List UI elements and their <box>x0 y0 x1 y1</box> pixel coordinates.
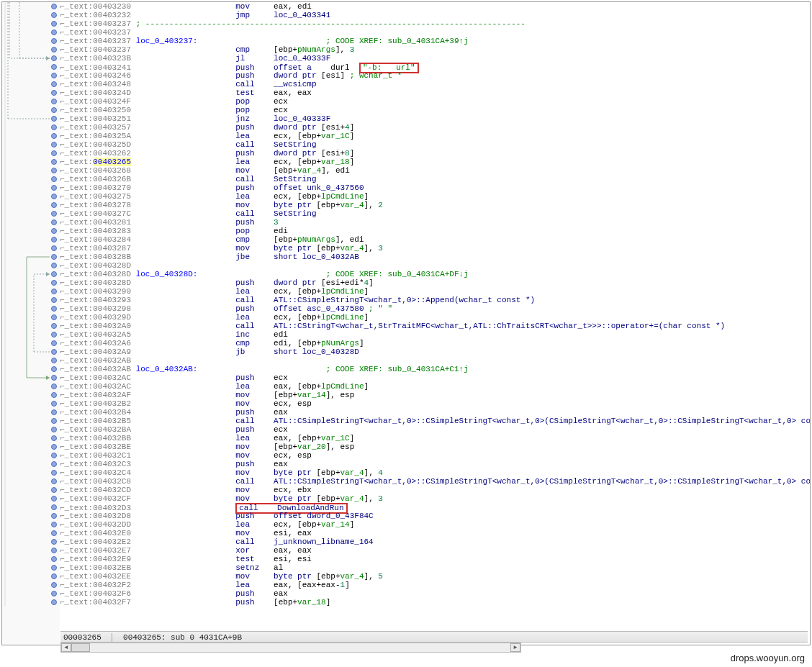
breakpoint-dot[interactable] <box>51 314 57 320</box>
horizontal-scrollbar[interactable]: ◄ ► <box>60 643 521 653</box>
asm-line[interactable]: ⌐_text:004032AB loc_0_4032AB: ; CODE XRE… <box>60 365 810 373</box>
breakpoint-dot[interactable] <box>51 289 57 294</box>
breakpoint-dot[interactable] <box>51 228 57 234</box>
asm-line[interactable]: ⌐_text:0040328D push dword ptr [esi+edi*… <box>60 278 810 287</box>
breakpoint-dot[interactable] <box>51 142 57 148</box>
breakpoint-dot[interactable] <box>51 366 57 372</box>
breakpoint-dot[interactable] <box>51 435 57 441</box>
asm-line[interactable]: ⌐_text:0040329D lea ecx, [ebp+lpCmdLine] <box>60 313 810 322</box>
breakpoint-dot[interactable] <box>51 332 57 337</box>
disassembly-view[interactable]: ⌐_text:00403230 mov eax, edi⌐_text:00403… <box>1 1 811 645</box>
asm-line[interactable]: ⌐_text:00403290 lea ecx, [ebp+lpCmdLine] <box>60 287 810 296</box>
asm-line[interactable]: ⌐_text:00403268 mov [ebp+var_4], edi <box>60 166 810 175</box>
asm-line[interactable]: ⌐_text:004032E0 mov esi, eax <box>60 529 810 537</box>
breakpoint-dot[interactable] <box>51 211 57 217</box>
breakpoint-dot[interactable] <box>51 556 57 562</box>
asm-line[interactable]: ⌐_text:0040328B jbe short loc_0_4032AB <box>60 253 810 261</box>
breakpoint-dot[interactable] <box>51 124 57 130</box>
asm-line[interactable]: ⌐_text:004032C4 mov byte ptr [ebp+var_4]… <box>60 468 810 477</box>
asm-line[interactable]: ⌐_text:0040324D test eax, eax <box>60 89 810 97</box>
breakpoint-dot[interactable] <box>51 349 57 355</box>
breakpoint-dot[interactable] <box>51 478 57 484</box>
breakpoint-dot[interactable] <box>51 487 57 493</box>
breakpoint-dot[interactable] <box>51 306 57 312</box>
breakpoint-dot[interactable] <box>51 470 57 476</box>
breakpoint-dot[interactable] <box>51 496 57 502</box>
asm-line[interactable]: ⌐_text:004032C1 mov ecx, esp <box>60 451 810 460</box>
asm-line[interactable]: ⌐_text:004032CD mov ecx, ebx <box>60 486 810 494</box>
breakpoint-dot[interactable] <box>51 358 57 363</box>
breakpoint-dot[interactable] <box>51 539 57 545</box>
breakpoint-dot[interactable] <box>51 194 57 199</box>
breakpoint-dot[interactable] <box>51 271 57 277</box>
breakpoint-dot[interactable] <box>51 409 57 415</box>
breakpoint-dot[interactable] <box>51 599 57 605</box>
asm-line[interactable]: ⌐_text:004032E2 call j_unknown_libname_1… <box>60 537 810 546</box>
asm-line[interactable]: ⌐_text:00403262 push dword ptr [esi+8] <box>60 149 810 158</box>
asm-line[interactable]: ⌐_text:00403298 push offset asc_0_437580… <box>60 304 810 313</box>
asm-line[interactable]: ⌐_text:004032EB setnz al <box>60 563 810 572</box>
asm-line[interactable]: ⌐_text:0040327C call SetString <box>60 209 810 218</box>
breakpoint-dot[interactable] <box>51 453 57 458</box>
breakpoint-dot[interactable] <box>51 530 57 536</box>
breakpoint-dot[interactable] <box>51 280 57 286</box>
asm-line[interactable]: ⌐_text:004032A5 inc edi <box>60 330 810 339</box>
breakpoint-dot[interactable] <box>51 548 57 553</box>
breakpoint-dot[interactable] <box>51 90 57 96</box>
asm-line[interactable]: ⌐_text:00403278 mov byte ptr [ebp+var_4]… <box>60 201 810 209</box>
breakpoint-dot[interactable] <box>51 375 57 381</box>
breakpoint-dot[interactable] <box>51 591 57 596</box>
breakpoint-dot[interactable] <box>51 263 57 268</box>
code-listing[interactable]: ⌐_text:00403230 mov eax, edi⌐_text:00403… <box>60 2 810 645</box>
asm-line[interactable]: ⌐_text:004032D8 push offset dword_0_43F8… <box>60 512 810 520</box>
breakpoint-dot[interactable] <box>51 176 57 182</box>
scroll-thumb[interactable] <box>71 643 90 652</box>
asm-line[interactable]: ⌐_text:004032B2 mov ecx, esp <box>60 399 810 408</box>
asm-line[interactable]: ⌐_text:00403284 cmp [ebp+pNumArgs], edi <box>60 235 810 244</box>
breakpoint-dot[interactable] <box>51 133 57 139</box>
asm-line[interactable]: ⌐_text:004032BA push ecx <box>60 425 810 434</box>
breakpoint-dot[interactable] <box>51 297 57 303</box>
asm-line[interactable]: ⌐_text:00403281 push 3 <box>60 218 810 227</box>
asm-line[interactable]: ⌐_text:0040325A lea ecx, [ebp+var_1C] <box>60 132 810 140</box>
asm-line[interactable]: ⌐_text:00403237 ; ----------------------… <box>60 19 810 28</box>
breakpoint-dot[interactable] <box>51 64 57 70</box>
asm-line[interactable]: ⌐_text:00403293 call ATL::CSimpleStringT… <box>60 296 810 304</box>
asm-line[interactable]: ⌐_text:00403237 loc_0_403237: ; CODE XRE… <box>60 37 810 45</box>
breakpoint-dot[interactable] <box>51 573 57 579</box>
asm-line[interactable]: ⌐_text:004032C3 push eax <box>60 460 810 468</box>
asm-line[interactable]: ⌐_text:00403265 lea ecx, [ebp+var_18] <box>60 158 810 166</box>
asm-line[interactable]: ⌐_text:004032AF mov [ebp+var_14], esp <box>60 391 810 399</box>
scroll-left-button[interactable]: ◄ <box>61 643 71 652</box>
asm-line[interactable]: ⌐_text:00403257 push dword ptr [esi+4] <box>60 123 810 132</box>
asm-line[interactable]: ⌐_text:004032D3 call DownloadAndRun <box>60 503 810 512</box>
asm-line[interactable]: ⌐_text:004032F7 push [ebp+var_18] <box>60 598 810 607</box>
breakpoint-dot[interactable] <box>51 565 57 571</box>
asm-line[interactable]: ⌐_text:004032EE mov byte ptr [ebp+var_4]… <box>60 572 810 581</box>
breakpoint-dot[interactable] <box>51 30 57 35</box>
asm-line[interactable]: ⌐_text:004032A6 cmp edi, [ebp+pNumArgs] <box>60 339 810 348</box>
asm-line[interactable]: ⌐_text:004032F6 push eax <box>60 589 810 598</box>
breakpoint-dot[interactable] <box>51 150 57 156</box>
breakpoint-dot[interactable] <box>51 245 57 251</box>
breakpoint-dot[interactable] <box>51 522 57 527</box>
asm-line[interactable]: ⌐_text:004032AC lea eax, [ebp+lpCmdLine] <box>60 382 810 391</box>
breakpoint-dot[interactable] <box>51 323 57 329</box>
asm-line[interactable]: ⌐_text:004032E7 xor eax, eax <box>60 546 810 555</box>
asm-line[interactable]: ⌐_text:004032A9 jb short loc_0_40328D <box>60 348 810 356</box>
asm-line[interactable]: ⌐_text:00403283 pop edi <box>60 227 810 235</box>
breakpoint-dot[interactable] <box>51 47 57 53</box>
breakpoint-dot[interactable] <box>51 461 57 467</box>
asm-line[interactable]: ⌐_text:00403241 push offset a durl "-b: … <box>60 63 810 71</box>
asm-line[interactable]: ⌐_text:004032AC push ecx <box>60 373 810 382</box>
asm-line[interactable]: ⌐_text:00403232 jmp loc_0_403341 <box>60 11 810 19</box>
breakpoint-dot[interactable] <box>51 444 57 450</box>
asm-line[interactable]: ⌐_text:0040328D loc_0_40328D: ; CODE XRE… <box>60 270 810 278</box>
breakpoint-dot[interactable] <box>51 168 57 173</box>
breakpoint-dot[interactable] <box>51 21 57 27</box>
asm-line[interactable]: ⌐_text:00403246 push dword ptr [esi] ; w… <box>60 71 810 80</box>
breakpoint-dot[interactable] <box>51 202 57 208</box>
asm-line[interactable]: ⌐_text:0040326B call SetString <box>60 175 810 183</box>
scroll-right-button[interactable]: ► <box>510 643 520 652</box>
asm-line[interactable]: ⌐_text:00403248 call __wcsicmp <box>60 80 810 89</box>
